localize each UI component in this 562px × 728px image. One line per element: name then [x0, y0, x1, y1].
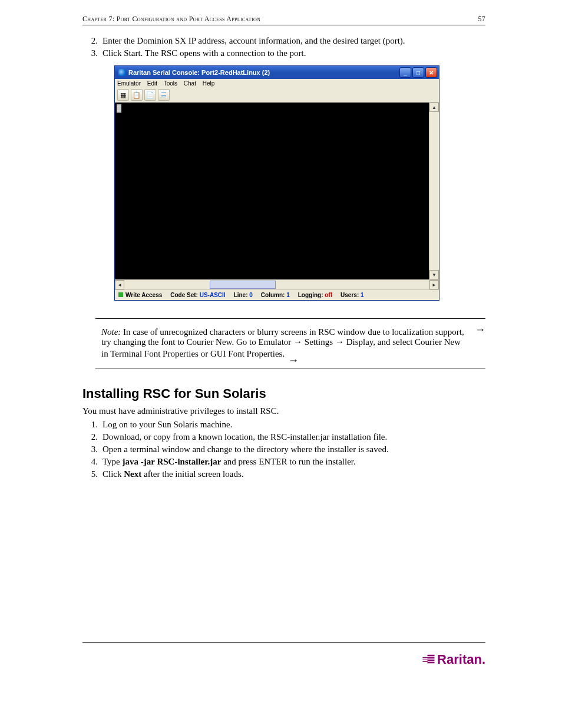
list-number: 5. — [82, 469, 103, 479]
maximize-button[interactable]: □ — [412, 67, 424, 78]
note-label: Note: — [101, 327, 121, 337]
rsc-window: Raritan Serial Console: Port2-RedHatLinu… — [114, 65, 439, 301]
app-icon — [118, 69, 125, 76]
brand-text: Raritan. — [437, 652, 485, 667]
copy-icon[interactable]: 📋 — [131, 89, 143, 101]
chapter-label: Chapter 7: Port Configuration and Port A… — [82, 15, 260, 24]
window-title: Raritan Serial Console: Port2-RedHatLinu… — [128, 69, 270, 76]
brand-logo: ≡≣ Raritan. — [422, 652, 485, 667]
toolbar-icon[interactable]: ☰ — [158, 89, 170, 101]
horizontal-scrollbar[interactable]: ◄ ► — [115, 279, 439, 289]
list-item: 4. Type java -jar RSC-installer.jar and … — [82, 457, 485, 467]
menubar: Emulator Edit Tools Chat Help — [115, 79, 439, 88]
toolbar: ▦ 📋 📄 ☰ — [115, 88, 439, 103]
menu-tools[interactable]: Tools — [164, 80, 177, 87]
status-line: Line: 0 — [234, 292, 253, 298]
note-box: Note: In case of unrecognized characters… — [95, 318, 485, 368]
list-item: 5. Click Next after the initial screen l… — [82, 469, 485, 479]
terminal-cursor — [117, 104, 121, 113]
scroll-down-icon[interactable]: ▼ — [429, 270, 439, 279]
titlebar: Raritan Serial Console: Port2-RedHatLinu… — [115, 66, 439, 79]
status-code-set: Code Set: US-ASCII — [170, 292, 225, 298]
list-number: 2. — [82, 36, 103, 46]
menu-emulator[interactable]: Emulator — [117, 80, 141, 87]
vertical-scrollbar[interactable]: ▲ ▼ — [429, 103, 439, 279]
close-button[interactable]: ✕ — [425, 67, 437, 78]
list-number: 1. — [82, 420, 103, 430]
list-number: 3. — [82, 48, 103, 58]
section-intro: You must have administrative privileges … — [82, 406, 485, 416]
list-number: 4. — [82, 457, 103, 467]
menu-chat[interactable]: Chat — [184, 80, 196, 87]
list-text: Open a terminal window and change to the… — [103, 444, 485, 454]
note-content: Note: In case of unrecognized characters… — [95, 327, 475, 360]
arrow-icon: → — [288, 354, 299, 367]
page-header: Chapter 7: Port Configuration and Port A… — [82, 15, 485, 25]
list-item: 2. Download, or copy from a known locati… — [82, 432, 485, 442]
section-heading: Installing RSC for Sun Solaris — [82, 386, 485, 401]
footer-rule — [82, 642, 485, 643]
terminal-area[interactable] — [115, 103, 429, 279]
brand-icon: ≡≣ — [422, 653, 434, 666]
scroll-left-icon[interactable]: ◄ — [115, 280, 124, 289]
list-item: 2. Enter the Dominion SX IP address, acc… — [82, 36, 485, 46]
scroll-right-icon[interactable]: ► — [429, 280, 439, 289]
list-text: Click Next after the initial screen load… — [103, 469, 485, 479]
window-controls: _ □ ✕ — [399, 67, 437, 78]
minimize-button[interactable]: _ — [399, 67, 411, 78]
list-item: 3. Open a terminal window and change to … — [82, 444, 485, 454]
toolbar-icon[interactable]: ▦ — [117, 89, 129, 101]
top-steps: 2. Enter the Dominion SX IP address, acc… — [82, 36, 485, 58]
page-number: 57 — [478, 15, 485, 24]
menu-edit[interactable]: Edit — [147, 80, 157, 87]
scroll-up-icon[interactable]: ▲ — [429, 103, 439, 112]
list-text: Click Start. The RSC opens with a connec… — [103, 48, 485, 58]
status-column: Column: 1 — [261, 292, 290, 298]
paste-icon[interactable]: 📄 — [144, 89, 156, 101]
note-text-body: In case of unrecognized characters or bl… — [101, 327, 464, 358]
list-number: 3. — [82, 444, 103, 454]
list-text: Download, or copy from a known location,… — [103, 432, 485, 442]
status-write-access: Write Access — [118, 292, 162, 298]
list-item: 3. Click Start. The RSC opens with a con… — [82, 48, 485, 58]
list-number: 2. — [82, 432, 103, 442]
menu-help[interactable]: Help — [203, 80, 215, 87]
status-logging: Logging: off — [298, 292, 332, 298]
status-users: Users: 1 — [340, 292, 363, 298]
list-item: 1. Log on to your Sun Solaris machine. — [82, 420, 485, 430]
list-text: Type java -jar RSC-installer.jar and pre… — [103, 457, 485, 467]
scroll-thumb[interactable] — [210, 281, 276, 289]
list-text: Log on to your Sun Solaris machine. — [103, 420, 485, 430]
solaris-steps: 1. Log on to your Sun Solaris machine. 2… — [82, 420, 485, 479]
statusbar: Write Access Code Set: US-ASCII Line: 0 … — [115, 289, 439, 300]
list-text: Enter the Dominion SX IP address, accoun… — [103, 36, 485, 46]
arrow-icon: → — [475, 324, 485, 336]
